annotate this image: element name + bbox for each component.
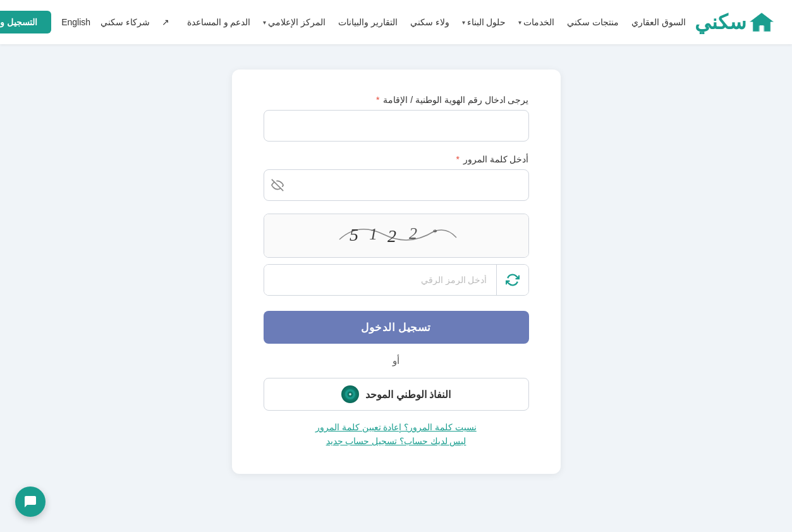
- password-field-group: أدخل كلمة المرور *: [264, 154, 529, 201]
- password-label-text: أدخل كلمة المرور: [463, 154, 529, 164]
- chat-icon: [23, 494, 38, 509]
- navbar-left-section: English التسجيل والدخول: [0, 11, 90, 33]
- password-required-star: *: [456, 154, 459, 164]
- password-input[interactable]: [264, 169, 529, 201]
- forgot-password-link[interactable]: نسيت كلمة المرور؟ إعادة تعيين كلمة المرو…: [264, 422, 529, 432]
- eye-slash-icon: [271, 179, 284, 191]
- national-sso-button[interactable]: النفاذ الوطني الموحد: [264, 378, 529, 411]
- main-content: يرجى ادخال رقم الهوية الوطنية / الإقامة …: [0, 44, 792, 532]
- submit-login-button[interactable]: تسجيل الدخول: [264, 311, 529, 344]
- login-card: يرجى ادخال رقم الهوية الوطنية / الإقامة …: [232, 70, 561, 474]
- id-required-star: *: [376, 95, 379, 105]
- nav-item-products[interactable]: منتجات سكني: [562, 16, 624, 28]
- nav-item-reports[interactable]: التقارير والبيانات: [333, 16, 403, 28]
- register-link[interactable]: ليس لديك حساب؟ تسجيل حساب جديد: [264, 436, 529, 446]
- nav-item-real-estate[interactable]: السوق العقاري: [626, 16, 691, 28]
- navbar-right-section: سكني السوق العقاري منتجات سكني الخدمات ح…: [90, 9, 779, 35]
- logo-text: سكني: [695, 12, 746, 32]
- captcha-text-input[interactable]: [264, 265, 496, 295]
- chat-bubble[interactable]: [15, 487, 46, 517]
- nav-item-loyalty[interactable]: ولاء سكني: [405, 16, 454, 28]
- nav-item-partners[interactable]: ↗ شركاء سكني: [90, 9, 180, 35]
- logo[interactable]: سكني: [695, 10, 779, 34]
- svg-text:5: 5: [350, 225, 362, 245]
- refresh-captcha-button[interactable]: [496, 265, 528, 295]
- id-input[interactable]: [264, 110, 529, 142]
- nav-item-services[interactable]: الخدمات: [513, 13, 559, 31]
- svg-point-9: [349, 393, 351, 396]
- or-divider: أو: [264, 355, 529, 366]
- external-link-icon: ↗: [157, 13, 174, 31]
- navbar: سكني السوق العقاري منتجات سكني الخدمات ح…: [0, 0, 792, 44]
- nav-item-support[interactable]: الدعم و المساعدة: [182, 16, 256, 28]
- captcha-display: 5 1 2 2 *: [323, 214, 470, 258]
- nafath-icon: [341, 385, 359, 403]
- nav-item-build[interactable]: حلول البناء: [457, 13, 511, 31]
- svg-rect-0: [758, 26, 765, 32]
- password-wrapper: [264, 169, 529, 201]
- svg-text:2: 2: [409, 224, 420, 243]
- svg-text:*: *: [432, 228, 441, 238]
- captcha-image-box: 5 1 2 2 *: [264, 214, 529, 258]
- nafath-logo-icon: [344, 389, 356, 400]
- login-register-button[interactable]: التسجيل والدخول: [0, 11, 51, 33]
- sso-label: النفاذ الوطني الموحد: [365, 389, 451, 401]
- captcha-image-area: 5 1 2 2 *: [264, 214, 528, 257]
- id-field-group: يرجى ادخال رقم الهوية الوطنية / الإقامة …: [264, 95, 529, 142]
- refresh-icon: [506, 273, 520, 287]
- toggle-password-button[interactable]: [271, 179, 284, 191]
- password-label: أدخل كلمة المرور *: [264, 154, 529, 164]
- captcha-input-row: [264, 264, 529, 296]
- id-label-text: يرجى ادخال رقم الهوية الوطنية / الإقامة: [383, 95, 528, 105]
- id-label: يرجى ادخال رقم الهوية الوطنية / الإقامة …: [264, 95, 529, 105]
- links-row: نسيت كلمة المرور؟ إعادة تعيين كلمة المرو…: [264, 422, 529, 446]
- logo-icon: [746, 10, 777, 34]
- nav-menu: السوق العقاري منتجات سكني الخدمات حلول ا…: [90, 9, 691, 35]
- svg-text:1: 1: [369, 225, 381, 243]
- svg-text:2: 2: [387, 226, 399, 246]
- nav-item-media[interactable]: المركز الإعلامي: [258, 13, 331, 31]
- captcha-svg: 5 1 2 2 *: [333, 215, 460, 250]
- language-switch[interactable]: English: [61, 17, 90, 27]
